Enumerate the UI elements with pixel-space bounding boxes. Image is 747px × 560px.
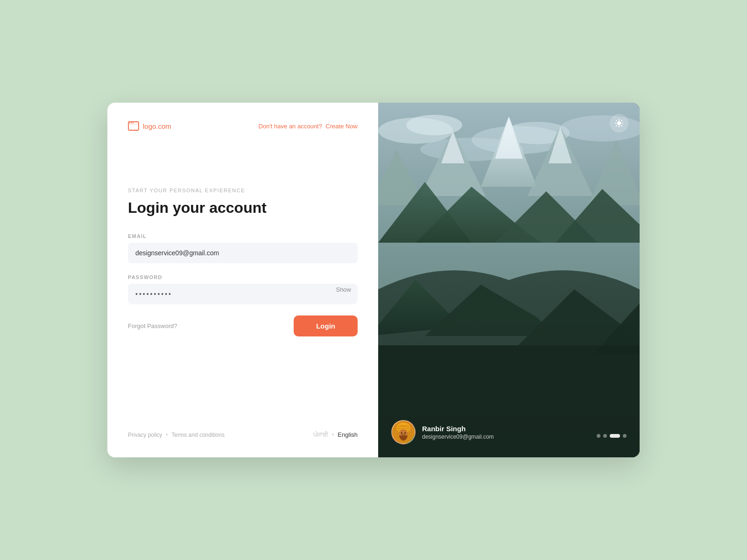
logo: logo.com [128, 121, 171, 131]
svg-point-4 [133, 122, 134, 123]
user-info: Ranbir Singh designservice09@gmail.com [391, 420, 494, 444]
right-panel: Ranbir Singh designservice09@gmail.com [378, 103, 640, 457]
svg-rect-1 [128, 124, 139, 125]
lang-separator: • [332, 431, 334, 438]
left-panel: logo.com Don't have an account? Create N… [107, 103, 378, 457]
logo-icon [128, 121, 139, 131]
terms-link[interactable]: Terms and conditions [172, 432, 225, 438]
avatar [391, 420, 416, 444]
show-password-button[interactable]: Show [336, 286, 351, 293]
dot-2[interactable] [603, 434, 607, 438]
svg-point-31 [617, 121, 621, 125]
form-subtitle: START YOUR PERSONAL EXPIERENCE [128, 188, 358, 193]
password-label: PASSWORD [128, 274, 358, 280]
email-input[interactable] [128, 243, 358, 263]
theme-toggle-button[interactable] [610, 114, 628, 133]
left-footer: Privacy policy • Terms and conditions ਪੰ… [128, 431, 358, 439]
header-no-account: Don't have an account? Create Now [259, 123, 358, 130]
email-label: EMAIL [128, 233, 358, 239]
forgot-password-link[interactable]: Forgot Password? [128, 322, 177, 329]
language-switcher: ਪੰਜਾਬੀ • English [313, 431, 358, 439]
footer-separator: • [166, 432, 168, 438]
brightness-icon [614, 119, 624, 128]
user-name: Ranbir Singh [422, 425, 494, 433]
svg-point-43 [401, 432, 402, 434]
create-now-link[interactable]: Create Now [325, 123, 358, 130]
lang-english[interactable]: English [338, 431, 358, 438]
svg-line-39 [621, 120, 622, 121]
email-field-wrapper: EMAIL [128, 233, 358, 263]
footer-links: Privacy policy • Terms and conditions [128, 432, 225, 438]
form-title: Login your account [128, 199, 358, 217]
user-text: Ranbir Singh designservice09@gmail.com [422, 425, 494, 440]
dot-4[interactable] [623, 434, 627, 438]
slider-dots [597, 434, 627, 438]
logo-text: logo.com [143, 122, 171, 130]
password-input[interactable] [128, 284, 358, 304]
mountain-background: Ranbir Singh designservice09@gmail.com [378, 103, 640, 457]
svg-line-38 [616, 126, 617, 126]
left-header: logo.com Don't have an account? Create N… [128, 121, 358, 131]
privacy-policy-link[interactable]: Privacy policy [128, 432, 162, 438]
svg-line-36 [616, 120, 617, 121]
user-email: designservice09@gmail.com [422, 434, 494, 440]
dot-3-active[interactable] [610, 434, 620, 438]
svg-point-7 [406, 115, 462, 135]
login-card: logo.com Don't have an account? Create N… [107, 103, 640, 457]
login-button[interactable]: Login [294, 315, 358, 336]
svg-point-44 [404, 432, 406, 434]
form-actions: Forgot Password? Login [128, 315, 358, 336]
password-field-wrapper: PASSWORD Show [128, 274, 358, 304]
lang-punjabi[interactable]: ਪੰਜਾਬੀ [313, 431, 328, 439]
dot-1[interactable] [597, 434, 600, 438]
svg-line-37 [621, 126, 622, 126]
svg-point-2 [129, 122, 130, 123]
form-section: START YOUR PERSONAL EXPIERENCE Login you… [128, 178, 358, 336]
mountain-scene [378, 103, 640, 457]
svg-point-3 [131, 122, 132, 123]
